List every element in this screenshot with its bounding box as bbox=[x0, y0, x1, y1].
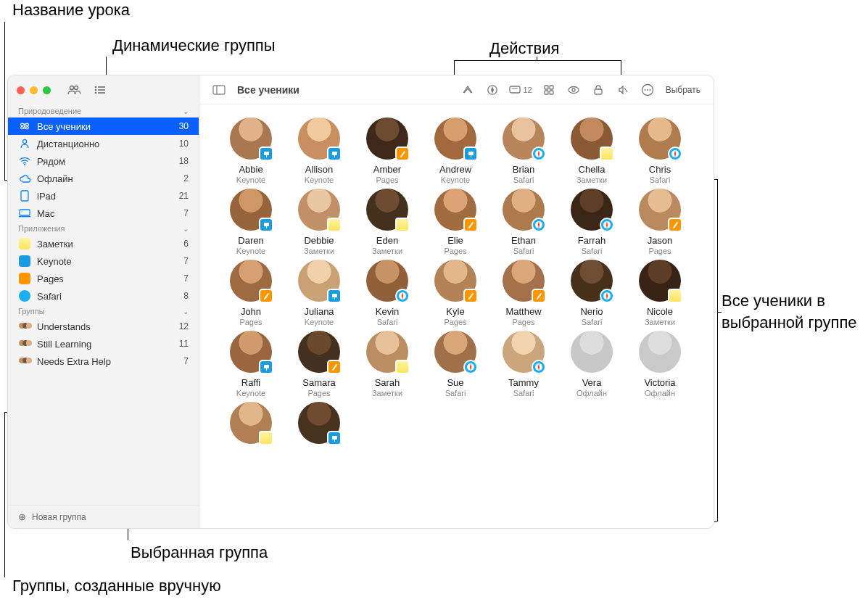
action-open-button[interactable] bbox=[457, 81, 479, 99]
sidebar-item-pages[interactable]: Pages7 bbox=[8, 270, 199, 287]
action-apps-button[interactable] bbox=[538, 81, 560, 99]
action-lock-button[interactable] bbox=[587, 81, 609, 99]
student-name: Juliana bbox=[304, 306, 334, 317]
student-cell[interactable] bbox=[286, 402, 352, 449]
student-cell[interactable]: SamaraPages bbox=[286, 331, 352, 397]
action-mute-button[interactable] bbox=[612, 81, 634, 99]
sidebar-item-заметки[interactable]: Заметки6 bbox=[8, 235, 199, 252]
student-cell[interactable]: NicoleЗаметки bbox=[627, 260, 693, 326]
toggle-sidebar-button[interactable] bbox=[208, 81, 230, 99]
student-name: Elie bbox=[447, 235, 463, 246]
student-name: Kyle bbox=[446, 306, 464, 317]
student-cell[interactable]: MatthewPages bbox=[491, 260, 556, 326]
pages-badge-icon bbox=[668, 218, 682, 232]
student-cell[interactable]: VeraОфлайн bbox=[559, 331, 624, 397]
sidebar-item-count: 11 bbox=[179, 339, 189, 349]
student-name: Chris bbox=[649, 164, 671, 175]
sidebar-item-ipad[interactable]: iPad21 bbox=[8, 187, 199, 205]
sidebar-item-label: Офлайн bbox=[37, 173, 179, 184]
pages-badge-icon bbox=[463, 289, 478, 303]
airdrop-count: 12 bbox=[523, 86, 532, 94]
page-title: Все ученики bbox=[237, 84, 299, 96]
group-icon bbox=[18, 355, 31, 368]
avatar bbox=[503, 117, 545, 160]
student-name: Kevin bbox=[376, 306, 400, 317]
student-app-label: Keynote bbox=[236, 247, 265, 255]
svg-line-27 bbox=[624, 88, 627, 92]
student-cell[interactable]: ChellaЗаметки bbox=[559, 117, 624, 184]
student-cell[interactable]: JohnPages bbox=[218, 260, 284, 326]
close-icon[interactable] bbox=[17, 86, 25, 94]
select-button[interactable]: Выбрать bbox=[661, 81, 705, 99]
student-cell[interactable]: JulianaKeynote bbox=[286, 260, 352, 326]
svg-rect-34 bbox=[332, 152, 337, 155]
safari-badge-icon bbox=[395, 289, 410, 303]
sidebar-list-button[interactable] bbox=[90, 82, 110, 98]
student-cell[interactable]: BrianSafari bbox=[491, 117, 556, 184]
student-cell[interactable]: EdenЗаметки bbox=[355, 189, 420, 255]
sidebar-item-count: 30 bbox=[179, 121, 189, 131]
sidebar-item-safari[interactable]: Safari8 bbox=[8, 287, 199, 305]
student-cell[interactable]: AllisonKeynote bbox=[286, 117, 352, 184]
chevron-down-icon: ⌄ bbox=[183, 107, 189, 115]
pages-badge-icon bbox=[259, 289, 273, 303]
student-cell[interactable]: JasonPages bbox=[627, 189, 693, 255]
safari-badge-icon bbox=[600, 289, 614, 303]
student-cell[interactable]: FarrahSafari bbox=[559, 189, 624, 255]
student-app-label: Keynote bbox=[236, 389, 265, 397]
student-name: Ethan bbox=[511, 235, 536, 246]
sidebar-item-офлайн[interactable]: Офлайн2 bbox=[8, 170, 199, 187]
section-header-apps[interactable]: Приложения ⌄ bbox=[8, 222, 199, 235]
new-group-button[interactable]: ⊕ Новая группа bbox=[8, 505, 199, 528]
student-cell[interactable]: KevinSafari bbox=[355, 260, 420, 326]
student-cell[interactable]: AmberPages bbox=[355, 117, 420, 184]
section-header-class[interactable]: Природоведение ⌄ bbox=[8, 104, 199, 117]
notes-badge-icon bbox=[395, 360, 410, 374]
svg-point-4 bbox=[95, 92, 97, 94]
student-cell[interactable]: DarenKeynote bbox=[218, 189, 284, 255]
svg-rect-48 bbox=[264, 365, 269, 368]
student-cell[interactable]: ChrisSafari bbox=[627, 117, 693, 184]
maximize-icon[interactable] bbox=[43, 86, 51, 94]
action-airdrop-button[interactable]: 12 bbox=[506, 81, 534, 99]
student-name: Daren bbox=[238, 235, 263, 246]
student-cell[interactable]: AbbieKeynote bbox=[218, 117, 284, 184]
action-screens-button[interactable] bbox=[563, 81, 584, 99]
sidebar-item-keynote[interactable]: Keynote7 bbox=[8, 252, 199, 270]
student-cell[interactable]: RaffiKeynote bbox=[218, 331, 284, 397]
student-cell[interactable]: NerioSafari bbox=[559, 260, 624, 326]
minimize-icon[interactable] bbox=[30, 86, 38, 94]
svg-point-29 bbox=[644, 89, 645, 91]
avatar bbox=[230, 117, 272, 160]
safari-badge-icon bbox=[668, 147, 682, 161]
student-cell[interactable]: TammySafari bbox=[491, 331, 556, 397]
student-app-label: Keynote bbox=[441, 176, 470, 184]
student-cell[interactable]: EthanSafari bbox=[491, 189, 556, 255]
student-cell[interactable]: KylePages bbox=[423, 260, 488, 326]
student-cell[interactable]: DebbieЗаметки bbox=[286, 189, 352, 255]
action-navigate-button[interactable] bbox=[481, 81, 503, 99]
avatar bbox=[298, 117, 340, 160]
sidebar-people-button[interactable] bbox=[64, 82, 84, 98]
student-cell[interactable]: AndrewKeynote bbox=[423, 117, 488, 184]
avatar bbox=[298, 331, 340, 373]
sidebar-item-дистанционно[interactable]: Дистанционно10 bbox=[8, 135, 199, 152]
action-more-button[interactable] bbox=[637, 81, 658, 99]
student-cell[interactable]: SarahЗаметки bbox=[355, 331, 420, 397]
student-app-label: Safari bbox=[377, 318, 398, 326]
sidebar-item-mac[interactable]: Mac7 bbox=[8, 205, 199, 222]
sidebar-item-understands[interactable]: Understands12 bbox=[8, 318, 199, 335]
sidebar-item-needs-extra-help[interactable]: Needs Extra Help7 bbox=[8, 352, 199, 370]
student-app-label: Заметки bbox=[304, 247, 334, 255]
student-cell[interactable] bbox=[218, 402, 284, 449]
student-app-label: Keynote bbox=[236, 176, 265, 184]
sidebar-item-still-learning[interactable]: Still Learning11 bbox=[8, 335, 199, 352]
avatar bbox=[639, 189, 681, 231]
sidebar-item-рядом[interactable]: Рядом18 bbox=[8, 152, 199, 170]
student-cell[interactable]: VictoriaОфлайн bbox=[627, 331, 693, 397]
traffic-lights[interactable] bbox=[17, 86, 51, 94]
student-cell[interactable]: SueSafari bbox=[423, 331, 488, 397]
sidebar-item-все-ученики[interactable]: Все ученики30 bbox=[8, 117, 199, 135]
student-cell[interactable]: EliePages bbox=[423, 189, 488, 255]
section-header-groups[interactable]: Группы ⌄ bbox=[8, 305, 199, 318]
